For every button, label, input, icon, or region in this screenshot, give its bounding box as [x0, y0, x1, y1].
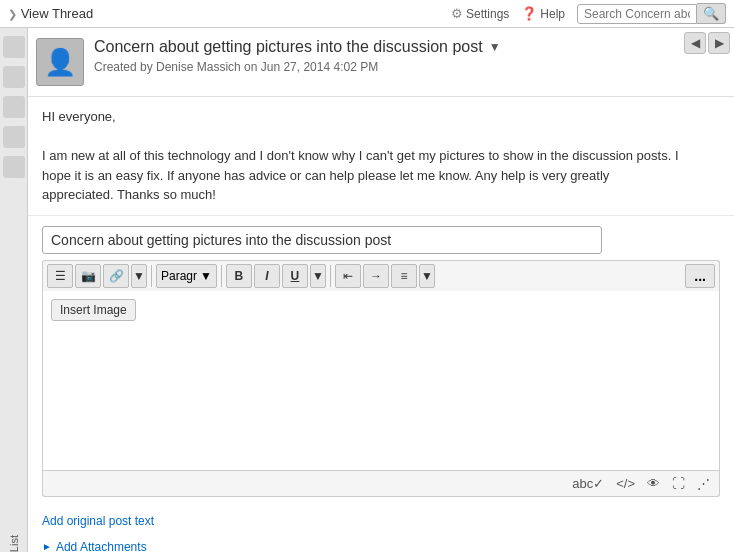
fullscreen-btn[interactable]: ⛶ [669, 474, 688, 493]
add-attachments-label: Add Attachments [56, 540, 147, 553]
toolbar-list-btn[interactable]: ≡ [391, 264, 417, 288]
help-label: Help [540, 7, 565, 21]
thread-header: 👤 Concern about getting pictures into th… [28, 28, 734, 97]
toolbar-sep-3 [330, 265, 331, 287]
nav-prev-button[interactable]: ◀ [684, 32, 706, 54]
nav-next-button[interactable]: ▶ [708, 32, 730, 54]
post-body: HI everyone, I am new at all of this tec… [28, 97, 734, 216]
toolbar-link-dropdown[interactable]: ▼ [131, 264, 147, 288]
sidebar-item-2[interactable] [3, 66, 25, 88]
toolbar-sep-2 [221, 265, 222, 287]
paragraph-label: Paragr [161, 269, 197, 283]
editor-toolbar: ☰ 📷 🔗 ▼ Paragr ▼ B [42, 260, 720, 291]
search-input[interactable] [577, 4, 697, 24]
spellcheck-btn[interactable]: abc✓ [569, 474, 607, 493]
toolbar-list-dropdown[interactable]: ▼ [419, 264, 435, 288]
thread-title-area: Concern about getting pictures into the … [94, 38, 689, 74]
toolbar-align-center-btn[interactable]: → [363, 264, 389, 288]
source-btn[interactable]: </> [613, 474, 638, 493]
sidebar-item-1[interactable] [3, 36, 25, 58]
reply-title-input[interactable] [42, 226, 602, 254]
help-link[interactable]: ❓ Help [521, 6, 565, 21]
reply-editor: ☰ 📷 🔗 ▼ Paragr ▼ B [28, 216, 734, 507]
chevron-right-icon: ► [42, 541, 52, 552]
thread-meta: Created by Denise Massich on Jun 27, 201… [94, 60, 689, 74]
view-thread-link[interactable]: View Thread [21, 6, 94, 21]
toolbar-italic-btn[interactable]: I [254, 264, 280, 288]
toolbar-sep-1 [151, 265, 152, 287]
nav-arrows: ◀ ▶ [680, 28, 734, 58]
settings-label: Settings [466, 7, 509, 21]
breadcrumb-area: ❯ View Thread [8, 6, 451, 21]
post-text: I am new at all of this technology and I… [42, 146, 684, 205]
main-content: ◀ ▶ 👤 Concern about getting pictures int… [28, 28, 734, 552]
preview-btn[interactable]: 👁 [644, 474, 663, 493]
breadcrumb-chevron: ❯ [8, 8, 17, 20]
toolbar-link-btn[interactable]: 🔗 [103, 264, 129, 288]
paragraph-dropdown-icon: ▼ [200, 269, 212, 283]
toolbar-more-btn[interactable]: ... [685, 264, 715, 288]
toolbar-image-btn[interactable]: 📷 [75, 264, 101, 288]
bottom-actions: Add original post text [28, 507, 734, 534]
sidebar-list-label[interactable]: List [8, 527, 20, 552]
toolbar-underline-btn[interactable]: U [282, 264, 308, 288]
top-bar: ❯ View Thread ⚙ Settings ❓ Help 🔍 [0, 0, 734, 28]
post-greeting: HI everyone, [42, 107, 684, 127]
main-layout: List ◀ ▶ 👤 Concern about getting picture… [0, 28, 734, 552]
settings-link[interactable]: ⚙ Settings [451, 6, 509, 21]
editor-body[interactable]: Insert Image [42, 291, 720, 471]
toolbar-underline-dropdown[interactable]: ▼ [310, 264, 326, 288]
help-icon: ❓ [521, 6, 537, 21]
toolbar-align-left-btn[interactable]: ⇤ [335, 264, 361, 288]
resize-btn[interactable]: ⋰ [694, 474, 713, 493]
insert-image-button[interactable]: Insert Image [51, 299, 136, 321]
toolbar-table-btn[interactable]: ☰ [47, 264, 73, 288]
top-bar-center: ⚙ Settings ❓ Help [451, 6, 565, 21]
toolbar-paragraph-dropdown[interactable]: Paragr ▼ [156, 264, 217, 288]
add-attachments-row[interactable]: ► Add Attachments [28, 534, 734, 553]
toolbar-bold-btn[interactable]: B [226, 264, 252, 288]
sidebar-item-3[interactable] [3, 96, 25, 118]
add-original-post-link[interactable]: Add original post text [42, 514, 154, 528]
gear-icon: ⚙ [451, 6, 463, 21]
search-button[interactable]: 🔍 [697, 3, 726, 24]
sidebar-item-4[interactable] [3, 126, 25, 148]
sidebar: List [0, 28, 28, 552]
sidebar-item-5[interactable] [3, 156, 25, 178]
thread-title: Concern about getting pictures into the … [94, 38, 689, 56]
avatar-icon: 👤 [44, 47, 76, 78]
avatar: 👤 [36, 38, 84, 86]
thread-title-text: Concern about getting pictures into the … [94, 38, 483, 56]
editor-bottom-toolbar: abc✓ </> 👁 ⛶ ⋰ [42, 471, 720, 497]
thread-dropdown-icon[interactable]: ▼ [489, 40, 501, 54]
search-area: 🔍 [577, 3, 726, 24]
